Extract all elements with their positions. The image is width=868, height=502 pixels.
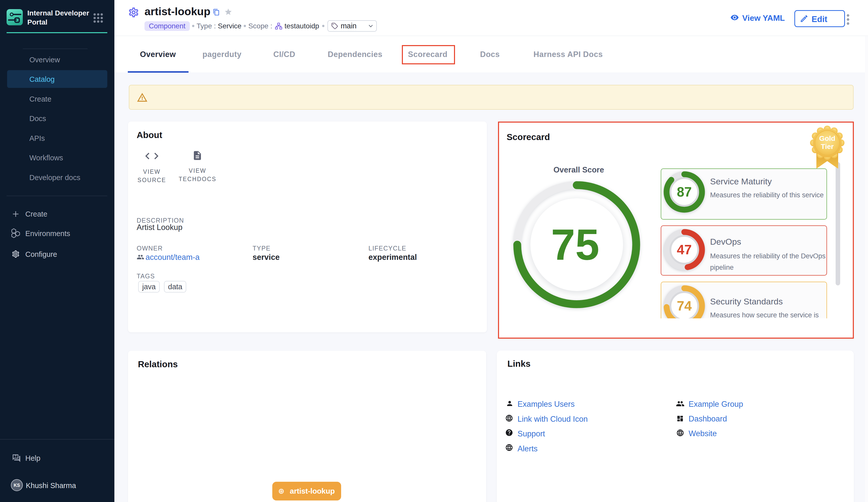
- svg-text:Gold: Gold: [819, 134, 835, 142]
- svg-text:47: 47: [677, 242, 692, 257]
- svg-text:87: 87: [677, 184, 692, 199]
- svg-text:74: 74: [677, 298, 692, 313]
- svg-text:?: ?: [14, 454, 17, 458]
- svg-text:Tier: Tier: [821, 143, 834, 150]
